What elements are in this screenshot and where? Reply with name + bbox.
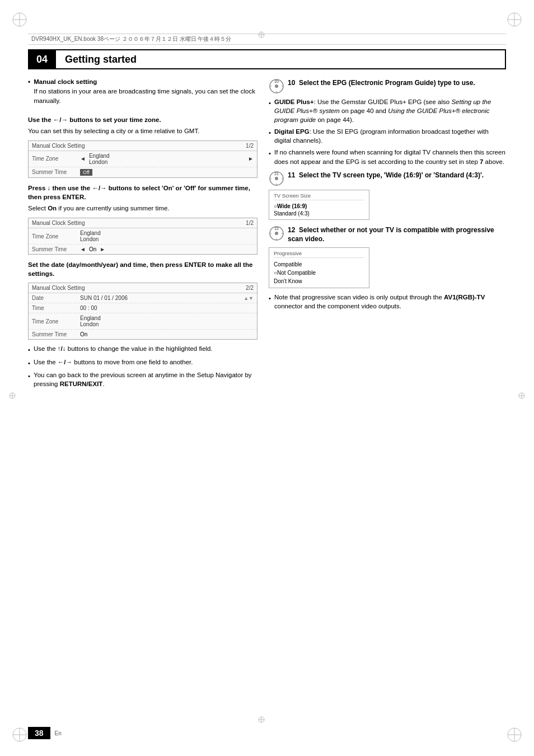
progressive-title: Progressive	[274, 250, 364, 258]
tv-standard-option: Standard (4:3)	[274, 210, 364, 217]
tz-label-2: Time Zone	[32, 233, 77, 240]
st-value-3: On	[80, 331, 87, 337]
clock-box-1-row-timezone: Time Zone ◄ EnglandLondon ►	[29, 151, 257, 167]
step-10-bullet-note: • If no channels were found when scannin…	[269, 148, 506, 166]
tz-label-3: Time Zone	[32, 318, 77, 325]
step-11: 11 11 Select the TV screen type, 'Wide (…	[269, 171, 506, 186]
bottom-bullet-3: • You can go back to the previous screen…	[28, 370, 257, 388]
subsection3-title: Set the date (day/month/year) and time, …	[28, 260, 257, 278]
clock-box-2-row-timezone: Time Zone EnglandLondon	[29, 228, 257, 245]
bullet-dot: •	[28, 78, 30, 110]
digital-epg-text: Digital EPG: Use the SI EPG (program inf…	[274, 127, 506, 145]
step-12: 12 12 Select whether or not your TV is c…	[269, 226, 506, 245]
subsection2-body: Select On if you are currently using sum…	[28, 204, 257, 213]
svg-point-25	[275, 84, 278, 88]
clock-box-3-page: 2/2	[246, 285, 254, 291]
clock-box-1-page: 1/2	[246, 143, 254, 149]
bottom-bullet-1: • Use the ↑/↓ buttons to change the valu…	[28, 344, 257, 354]
subsection1-title: Use the ←/→ buttons to set your time zon…	[28, 115, 257, 124]
guide-plus-text: GUIDE Plus+: Use the Gemstar GUIDE Plus+…	[274, 97, 506, 124]
step-10-content: 10 Select the EPG (Electronic Program Gu…	[288, 78, 506, 88]
clock-box-3-title: Manual Clock Setting	[32, 285, 85, 291]
step-12-icon: 12	[269, 226, 284, 241]
step-10-title: 10 Select the EPG (Electronic Program Gu…	[288, 78, 506, 88]
tz-value-3: EnglandLondon	[80, 315, 254, 327]
clock-box-2: Manual Clock Setting 1/2 Time Zone Engla…	[28, 218, 257, 255]
time-value: 00 : 00	[80, 305, 254, 311]
progressive-box: Progressive Compatible ○Not Compatible D…	[269, 247, 369, 288]
header-bar: DVR940HX_UK_EN.book 38ページ ２００６年７月１２日 水曜日…	[28, 34, 506, 45]
manual-clock-content: Manual clock setting If no stations in y…	[34, 78, 257, 110]
tz-value-2: EnglandLondon	[80, 230, 254, 242]
clock-box-1-row-summer: Summer Time Off	[29, 167, 257, 177]
progressive-note: Note that progressive scan video is only…	[274, 293, 506, 311]
bullet-dot-3: •	[28, 372, 30, 388]
step-10-bullet-guide: • GUIDE Plus+: Use the Gemstar GUIDE Plu…	[269, 97, 506, 124]
corner-mark-br	[506, 726, 523, 745]
corner-mark-bl	[11, 726, 28, 745]
step-11-icon: 11	[269, 171, 284, 186]
tv-screen-size-box: TV Screen Size ○Wide (16:9) Standard (4:…	[269, 190, 369, 220]
st-label-1: Summer Time	[32, 169, 77, 175]
clock-box-3-row-timezone: Time Zone EnglandLondon	[29, 313, 257, 330]
step-10-bullets: • GUIDE Plus+: Use the Gemstar GUIDE Plu…	[269, 97, 506, 166]
subsection1-body: You can set this by selecting a city or …	[28, 126, 257, 136]
subsection2-title: Press ↓ then use the ←/→ buttons to sele…	[28, 184, 257, 201]
bottom-bullet-2: • Use the ←/→ buttons to move from one f…	[28, 358, 257, 368]
date-value: SUN 01 / 01 / 2006	[80, 295, 240, 301]
clock-box-2-header: Manual Clock Setting 1/2	[29, 218, 257, 228]
clock-box-2-page: 1/2	[246, 220, 254, 226]
left-column: • Manual clock setting If no stations in…	[28, 78, 257, 711]
step-12-title: 12 Select whether or not your TV is comp…	[288, 226, 506, 245]
step-12-note: • Note that progressive scan video is on…	[269, 293, 506, 311]
step-11-title: 11 Select the TV screen type, 'Wide (16:…	[288, 171, 506, 180]
clock-box-1-header: Manual Clock Setting 1/2	[29, 141, 257, 151]
date-updown: ▲▼	[243, 295, 254, 301]
bottom-bullet-2-text: Use the ←/→ buttons to move from one fie…	[34, 358, 193, 368]
clock-box-2-row-summer: Summer Time ◄ On ►	[29, 245, 257, 254]
step-10: 10 10 Select the EPG (Electronic Program…	[269, 78, 506, 94]
step-10-bullet-digital: • Digital EPG: Use the SI EPG (program i…	[269, 127, 506, 145]
corner-mark-tl	[11, 11, 28, 30]
clock-box-3-row-time: Time 00 : 00	[29, 303, 257, 313]
clock-box-3-row-date: Date SUN 01 / 01 / 2006 ▲▼	[29, 293, 257, 303]
bullet-dot-1: •	[28, 345, 30, 354]
manual-clock-title: Manual clock setting	[34, 78, 257, 85]
st-arrow-right-2: ►	[100, 246, 105, 252]
date-label: Date	[32, 295, 77, 301]
chapter-title: Getting started	[65, 54, 137, 65]
prog-dont-know: Don't Know	[274, 277, 364, 285]
center-left-mark	[8, 392, 16, 401]
step-10-icon: 10	[269, 78, 284, 94]
step-12-content: 12 Select whether or not your TV is comp…	[288, 226, 506, 245]
tv-screen-title: TV Screen Size	[274, 192, 364, 200]
clock-box-1-title: Manual Clock Setting	[32, 143, 85, 149]
page-number: 38	[28, 727, 50, 739]
chapter-title-box: Getting started	[55, 49, 506, 69]
center-right-mark	[518, 392, 526, 401]
tz-arrow-right-1: ►	[248, 156, 254, 162]
no-channels-note: If no channels were found when scanning …	[274, 148, 506, 166]
st-value-2: On	[89, 246, 96, 252]
bottom-bullets: • Use the ↑/↓ buttons to change the valu…	[28, 344, 257, 388]
prog-compatible: Compatible	[274, 260, 364, 269]
tz-arrow-left-1: ◄	[80, 156, 86, 162]
clock-box-1: Manual Clock Setting 1/2 Time Zone ◄ Eng…	[28, 140, 257, 178]
page-footer: 38 En	[28, 727, 62, 739]
st-value-1: Off	[80, 169, 92, 176]
clock-box-3: Manual Clock Setting 2/2 Date SUN 01 / 0…	[28, 283, 257, 340]
st-arrow-left-2: ◄	[80, 246, 86, 252]
bottom-bullet-3-text: You can go back to the previous screen a…	[34, 370, 257, 388]
tv-wide-option: ○Wide (16:9)	[274, 203, 364, 210]
manual-clock-intro: If no stations in your area are broadcas…	[34, 87, 257, 106]
file-info: DVR940HX_UK_EN.book 38ページ ２００６年７月１２日 水曜日…	[31, 36, 231, 42]
corner-mark-tr	[506, 11, 523, 30]
right-column: 10 10 Select the EPG (Electronic Program…	[269, 78, 506, 711]
svg-point-39	[275, 232, 278, 235]
main-content: • Manual clock setting If no stations in…	[28, 78, 506, 711]
tz-label-1: Time Zone	[32, 156, 77, 162]
st-label-2: Summer Time	[32, 246, 77, 252]
prog-not-compatible: ○Not Compatible	[274, 269, 364, 277]
center-bottom-mark	[257, 716, 265, 725]
st-label-3: Summer Time	[32, 331, 77, 337]
